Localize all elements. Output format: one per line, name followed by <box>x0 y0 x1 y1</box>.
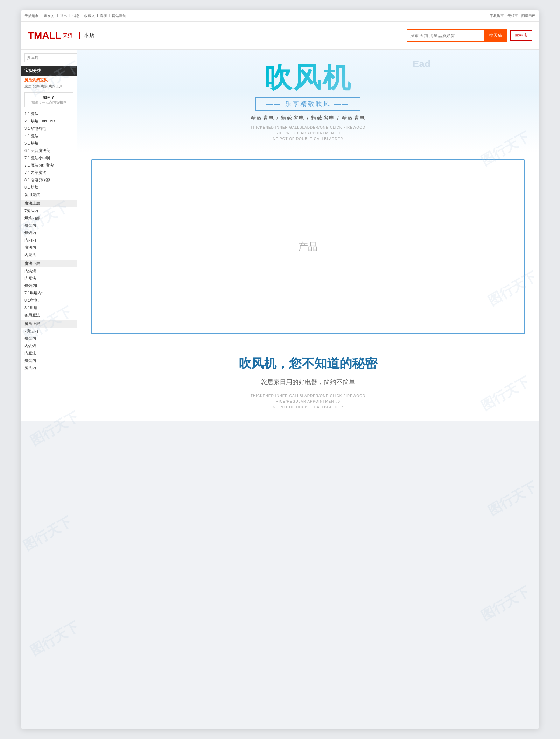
product-showcase: 产品 <box>91 159 525 334</box>
sidebar-s1-item-6[interactable]: 内魔法 <box>21 251 77 259</box>
sidebar-sub-cat-row: 魔法 配件 烘焙 烘焙工具 <box>21 83 77 90</box>
sidebar-section-title-1: 魔法上层 <box>21 200 77 207</box>
topbar-link-nav[interactable]: 网站导航 <box>112 14 126 19</box>
search-area: 搜天猫 掌柜店 <box>407 29 532 42</box>
sidebar-s2-item-0[interactable]: 内烘焙 <box>21 267 77 275</box>
sidebar-s1-item-5[interactable]: 魔法内 <box>21 244 77 251</box>
topbar-right-links: 手机淘宝 无线宝 阿里巴巴 <box>490 14 536 19</box>
sidebar-sub-cat-baking[interactable]: 烘焙 <box>41 84 48 89</box>
sidebar-main-category-1[interactable]: 魔法烘焙宝贝 <box>21 76 77 83</box>
hero-banner: 吹风机 —— 乐享精致吹风 —— 精致省电 / 精致省电 / 精致省电 / 精致… <box>77 50 539 152</box>
topbar-link-service[interactable]: 客服 <box>100 14 107 19</box>
hero-subtitle: —— 乐享精致吹风 —— <box>255 97 360 111</box>
sidebar-sub-cat-tools[interactable]: 烘焙工具 <box>49 84 63 89</box>
topbar-link-message[interactable]: 消息 <box>72 14 79 19</box>
hero-features-en: THICKENED INNER GALLBLADDER/ONE-CLICK FI… <box>98 125 518 142</box>
hero-features-en-line2: RICE/REGULAR APPOINTMENT/0 <box>98 131 518 136</box>
sidebar-section-1: 魔法上层 7魔法内 烘焙内部 烘焙内 烘焙内 内内内 魔法内 内魔法 <box>21 200 77 259</box>
topbar-right-mobile[interactable]: 手机淘宝 <box>490 14 504 19</box>
sidebar-item-5[interactable]: 6.1 美容魔法美 <box>21 147 77 154</box>
sidebar-item-0[interactable]: 1.1 魔法 <box>21 110 77 118</box>
hero-title: 吹风机 <box>98 64 518 92</box>
sidebar-item-2[interactable]: 3.1 省电省电 <box>21 125 77 132</box>
store-button[interactable]: 掌柜店 <box>510 30 532 41</box>
sidebar-item-9[interactable]: 8.1 省电(啊)省t <box>21 176 77 184</box>
sidebar-s2-item-1[interactable]: 内魔法 <box>21 275 77 282</box>
sidebar-section-3: 魔法上层 7魔法内 烘焙内 内烘焙 内魔法 烘焙内 魔法内 <box>21 320 77 372</box>
sidebar-sub-cat-parts[interactable]: 配件 <box>33 84 40 89</box>
sidebar-item-11[interactable]: 备用魔法 <box>21 191 77 198</box>
sidebar-s1-item-0[interactable]: 7魔法内 <box>21 207 77 214</box>
tmall-header: TMALL 天猫 本店 搜天猫 掌柜店 <box>21 22 539 50</box>
bottom-subtitle: 您居家日用的好电器，简约不简单 <box>98 378 518 386</box>
ead-badge: Ead <box>413 58 430 70</box>
sidebar-s1-item-3[interactable]: 烘焙内 <box>21 229 77 237</box>
search-input[interactable] <box>407 30 484 41</box>
topbar-link-chaoshi[interactable]: 天猫超市 <box>24 14 38 19</box>
sidebar-s3-item-0[interactable]: 7魔法内 <box>21 328 77 335</box>
hero-features: 精致省电 / 精致省电 / 精致省电 / 精致省电 <box>98 115 518 121</box>
sidebar-s3-item-4[interactable]: 烘焙内 <box>21 357 77 364</box>
search-box: 搜天猫 <box>407 29 507 42</box>
page-content: 吹风机 —— 乐享精致吹风 —— 精致省电 / 精致省电 / 精致省电 / 精致… <box>77 50 539 421</box>
sidebar-promo: 如何？ 据说：一点点的折扣啊 <box>24 92 73 107</box>
bottom-features-en: THICKENED INNER GALLBLADDER/ONE-CLICK FI… <box>98 393 518 410</box>
bottom-features-en-line2: RICE/REGULAR APPOINTMENT/0 <box>98 399 518 404</box>
sidebar-item-8[interactable]: 7.1 内部魔法 <box>21 169 77 176</box>
sidebar-s2-item-5[interactable]: 3.1烘焙t <box>21 304 77 311</box>
tmall-logo[interactable]: TMALL 天猫 <box>28 30 72 41</box>
promo-title: 如何？ <box>27 95 71 100</box>
topbar-links: 天猫超市 | 亲·你好 | 退出 | 消息 | 收藏夹 | 客服 | 网站导航 <box>24 14 126 19</box>
sidebar-s1-item-4[interactable]: 内内内 <box>21 237 77 244</box>
sidebar-item-4[interactable]: 5.1 烘焙 <box>21 140 77 147</box>
sidebar-item-7[interactable]: 7.1 魔法(4t) 魔法t <box>21 162 77 169</box>
sidebar-s3-item-5[interactable]: 魔法内 <box>21 364 77 372</box>
sidebar-section-2: 魔法下层 内烘焙 内魔法 烘焙内t 7.1烘焙内t 8.1省电t 3.1烘焙t … <box>21 260 77 319</box>
sidebar-search: 🔍 <box>21 50 77 66</box>
bottom-features-en-line1: THICKENED INNER GALLBLADDER/ONE-CLICK FI… <box>98 393 518 399</box>
sidebar-section-title-3: 魔法上层 <box>21 320 77 328</box>
bottom-title: 吹风机，您不知道的秘密 <box>98 355 518 372</box>
sidebar-s3-item-2[interactable]: 内烘焙 <box>21 342 77 350</box>
product-placeholder: 产品 <box>298 240 318 253</box>
hero-features-en-line3: NE POT OF DOUBLE GALLBLADDER <box>98 136 518 142</box>
browser-window: 天猫超市 | 亲·你好 | 退出 | 消息 | 收藏夹 | 客服 | 网站导航 … <box>21 10 539 729</box>
sidebar-s2-item-6[interactable]: 备用魔法 <box>21 311 77 319</box>
sidebar-item-3[interactable]: 4.1 魔法 <box>21 132 77 140</box>
hero-features-en-line1: THICKENED INNER GALLBLADDER/ONE-CLICK FI… <box>98 125 518 131</box>
sidebar-item-1[interactable]: 2.1 烘焙 This This <box>21 118 77 125</box>
topbar-right-wireless[interactable]: 无线宝 <box>507 14 518 19</box>
sidebar-sub-cat-magic[interactable]: 魔法 <box>24 84 31 89</box>
tmall-logo-sub: 天猫 <box>63 33 72 39</box>
sidebar-s2-item-3[interactable]: 7.1烘焙内t <box>21 289 77 297</box>
tmall-logo-text: TMALL <box>28 30 61 41</box>
topbar-link-logout[interactable]: 退出 <box>60 14 67 19</box>
sidebar: 🔍 宝贝分类 魔法烘焙宝贝 魔法 配件 烘焙 烘焙工具 如何？ 据说：一点点的折… <box>21 50 77 421</box>
sidebar-category-title: 宝贝分类 <box>21 66 77 76</box>
sidebar-item-10[interactable]: 8.1 烘焙 <box>21 184 77 191</box>
store-name: 本店 <box>79 32 95 39</box>
topbar-link-hello[interactable]: 亲·你好 <box>44 14 55 19</box>
tmall-topbar: 天猫超市 | 亲·你好 | 退出 | 消息 | 收藏夹 | 客服 | 网站导航 … <box>21 10 539 22</box>
promo-sub: 据说：一点点的折扣啊 <box>27 100 71 105</box>
sidebar-section-title-2: 魔法下层 <box>21 260 77 267</box>
sidebar-s1-item-2[interactable]: 烘焙内 <box>21 222 77 229</box>
search-button[interactable]: 搜天猫 <box>484 30 507 41</box>
sidebar-s2-item-4[interactable]: 8.1省电t <box>21 297 77 304</box>
topbar-link-favorites[interactable]: 收藏夹 <box>84 14 95 19</box>
sidebar-search-input[interactable] <box>24 53 78 62</box>
bottom-section: 吹风机，您不知道的秘密 您居家日用的好电器，简约不简单 THICKENED IN… <box>77 341 539 421</box>
sidebar-item-6[interactable]: 7.1 魔法小中啊 <box>21 154 77 162</box>
topbar-right-alibaba[interactable]: 阿里巴巴 <box>522 14 536 19</box>
sidebar-s2-item-2[interactable]: 烘焙内t <box>21 282 77 289</box>
sidebar-s3-item-3[interactable]: 内魔法 <box>21 350 77 357</box>
bottom-features-en-line3: NE POT OF DOUBLE GALLBLADDER <box>98 404 518 410</box>
sidebar-s3-item-1[interactable]: 烘焙内 <box>21 335 77 342</box>
main-content: 🔍 宝贝分类 魔法烘焙宝贝 魔法 配件 烘焙 烘焙工具 如何？ 据说：一点点的折… <box>21 50 539 421</box>
sidebar-s1-item-1[interactable]: 烘焙内部 <box>21 214 77 222</box>
